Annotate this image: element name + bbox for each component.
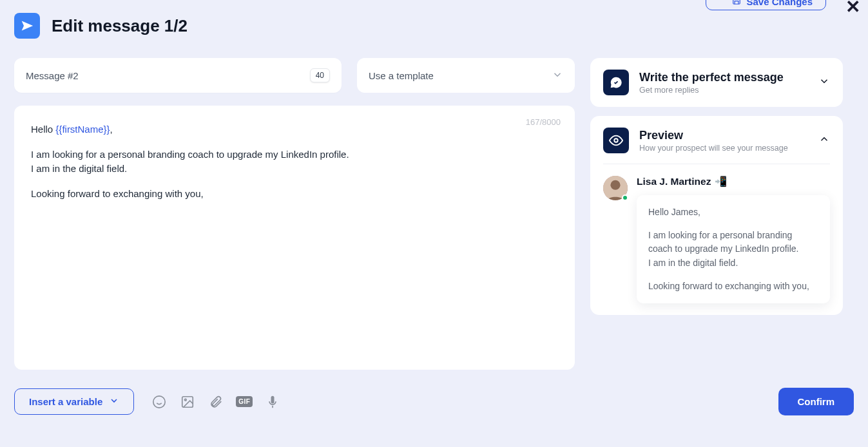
page-header: Edit message 1/2 (14, 13, 854, 39)
save-changes-label: Save Changes (746, 0, 813, 7)
attachment-icon[interactable] (209, 395, 223, 409)
svg-point-2 (610, 180, 620, 190)
svg-point-0 (614, 138, 618, 142)
confirm-button[interactable]: Confirm (778, 388, 854, 415)
preview-sub: How your prospect will see your message (639, 144, 808, 153)
chat-icon (603, 70, 629, 95)
chevron-down-icon (109, 395, 119, 408)
perfect-message-title: Write the perfect message (639, 71, 808, 84)
brand-icon (14, 13, 40, 39)
greeting-suffix: , (110, 124, 113, 135)
confirm-label: Confirm (798, 396, 835, 407)
variable-firstname[interactable]: {{firstName}} (55, 124, 110, 135)
svg-rect-8 (272, 405, 273, 407)
prospect-avatar (603, 176, 628, 200)
preview-line-4: Looking forward to exchanging with you, (648, 280, 818, 294)
character-counter: 167/8000 (526, 116, 561, 129)
chevron-up-icon[interactable] (818, 133, 830, 147)
presence-dot-icon (622, 195, 628, 201)
editor-line-2: I am looking for a personal branding coa… (31, 147, 558, 162)
perfect-message-card[interactable]: Write the perfect message Get more repli… (590, 58, 843, 107)
preview-title: Preview (639, 129, 808, 142)
editor-line-4: Looking forward to exchanging with you, (31, 187, 558, 202)
image-icon[interactable] (180, 395, 195, 409)
preview-line-1: Hello James, (648, 205, 818, 220)
preview-line-2: I am looking for a personal branding coa… (648, 229, 818, 256)
template-select[interactable]: Use a template (357, 58, 575, 93)
prospect-name: Lisa J. Martinez 📲 (637, 176, 830, 187)
insert-variable-label: Insert a variable (29, 396, 102, 407)
preview-message-bubble: Hello James, I am looking for a personal… (637, 195, 830, 303)
perfect-message-sub: Get more replies (639, 86, 808, 95)
microphone-icon[interactable] (265, 395, 280, 409)
message-name-input[interactable] (26, 70, 238, 81)
preview-line-3: I am in the digital field. (648, 256, 818, 271)
template-placeholder: Use a template (369, 70, 434, 81)
eye-icon (603, 128, 629, 153)
greeting-prefix: Hello (31, 124, 55, 135)
save-icon (732, 0, 741, 7)
editor-line-3: I am in the digital field. (31, 162, 558, 176)
page-title: Edit message 1/2 (52, 16, 188, 36)
insert-variable-button[interactable]: Insert a variable (14, 388, 134, 415)
svg-point-3 (153, 395, 165, 407)
phone-emoji-icon: 📲 (715, 176, 727, 187)
close-icon[interactable]: ✕ (845, 0, 860, 17)
chevron-down-icon (552, 69, 563, 82)
name-char-limit: 40 (310, 68, 330, 82)
svg-point-7 (185, 399, 187, 401)
save-changes-button[interactable]: Save Changes (706, 0, 826, 10)
emoji-icon[interactable] (152, 395, 166, 409)
message-name-field[interactable]: 40 (14, 58, 342, 93)
preview-card: Preview How your prospect will see your … (590, 116, 843, 315)
message-editor[interactable]: 167/8000 Hello {{firstName}}, I am looki… (14, 106, 575, 370)
chevron-down-icon[interactable] (818, 75, 830, 90)
gif-icon[interactable]: GIF (237, 395, 251, 409)
